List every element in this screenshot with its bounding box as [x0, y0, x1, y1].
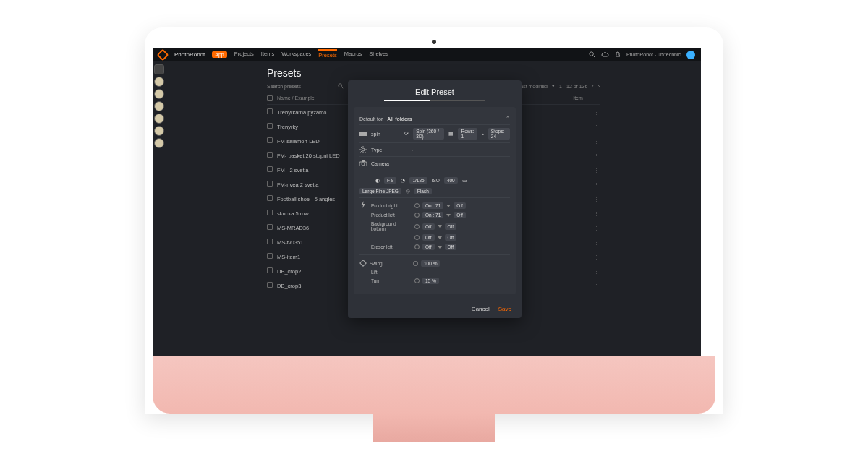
row-checkbox[interactable]	[267, 181, 273, 187]
row-menu-icon[interactable]: ⋮	[594, 283, 600, 289]
row-menu-icon[interactable]: ⋮	[594, 225, 600, 231]
chevron-up-icon[interactable]: ⌃	[506, 116, 510, 121]
bell-icon[interactable]	[615, 51, 621, 58]
strip-item[interactable]	[154, 77, 164, 87]
prev-page-icon[interactable]: ‹	[592, 84, 593, 89]
light-off[interactable]: Off	[445, 234, 457, 241]
row-checkbox[interactable]	[267, 282, 273, 288]
light-off[interactable]: Off	[445, 244, 457, 250]
row-checkbox[interactable]	[267, 224, 273, 230]
nav-workspaces[interactable]: Workspaces	[281, 51, 311, 59]
svg-rect-7	[362, 160, 365, 162]
strip-item[interactable]	[154, 101, 164, 111]
row-checkbox[interactable]	[267, 108, 273, 114]
strip-item[interactable]	[154, 89, 164, 99]
spin-badge[interactable]: Spin (360 / 3D)	[413, 128, 444, 140]
nav-macros[interactable]: Macros	[344, 51, 362, 59]
row-checkbox[interactable]	[267, 195, 273, 201]
light-on[interactable]: On : 71	[422, 212, 443, 218]
light-on[interactable]: Off	[422, 223, 435, 230]
app-pill[interactable]: App	[212, 51, 226, 58]
row-menu-icon[interactable]: ⋮	[594, 138, 600, 145]
triangle-down-icon[interactable]	[446, 205, 451, 207]
strip-item[interactable]	[154, 126, 164, 136]
cloud-icon[interactable]	[601, 52, 609, 58]
light-on[interactable]: Off	[422, 234, 435, 241]
stops-badge[interactable]: Stops: 24	[488, 128, 510, 140]
strip-item[interactable]	[154, 138, 164, 148]
aperture-icon: ◐	[375, 178, 380, 184]
row-checkbox[interactable]	[267, 210, 273, 215]
strip-item[interactable]	[154, 64, 164, 74]
light-off[interactable]: Off	[445, 223, 457, 230]
light-off[interactable]: Off	[454, 212, 466, 218]
folder-label: spin	[371, 132, 400, 137]
aperture-value[interactable]: F 8	[384, 177, 396, 184]
nav-projects[interactable]: Projects	[234, 51, 254, 59]
light-dial-icon[interactable]	[414, 244, 420, 249]
svg-point-6	[362, 163, 365, 166]
nav-items[interactable]: Items	[261, 51, 274, 59]
grid-icon: ▦	[448, 131, 454, 137]
sort-label[interactable]: Last modified	[517, 84, 548, 89]
row-menu-icon[interactable]: ⋮	[594, 167, 600, 174]
rows-badge[interactable]: Rows: 1	[458, 128, 477, 140]
row-menu-icon[interactable]: ⋮	[594, 268, 600, 275]
light-on[interactable]: Off	[422, 244, 435, 250]
light-dial-icon[interactable]	[414, 224, 420, 229]
row-menu-icon[interactable]: ⋮	[594, 210, 600, 217]
format-icon: ▭	[462, 178, 467, 184]
row-checkbox[interactable]	[267, 253, 273, 259]
turn-value[interactable]: 15 %	[422, 278, 439, 284]
flash-value[interactable]: Flash	[414, 188, 432, 194]
row-checkbox[interactable]	[267, 267, 273, 273]
nav-presets[interactable]: Presets	[318, 49, 336, 59]
light-dial-icon[interactable]	[414, 235, 420, 240]
iso-value[interactable]: 400	[444, 177, 458, 184]
user-label[interactable]: PhotoRobot - un/technic	[626, 52, 681, 57]
triangle-down-icon[interactable]	[438, 225, 442, 228]
nav-shelves[interactable]: Shelves	[369, 51, 388, 59]
next-page-icon[interactable]: ›	[598, 84, 600, 89]
triangle-down-icon[interactable]	[438, 246, 442, 249]
search-icon[interactable]	[338, 83, 344, 89]
light-name: Background bottom	[371, 221, 412, 231]
row-menu-icon[interactable]: ⋮	[594, 109, 600, 116]
chevron-down-icon[interactable]: ▾	[552, 83, 555, 89]
svg-line-1	[592, 55, 595, 57]
row-menu-icon[interactable]: ⋮	[594, 254, 600, 260]
shutter-icon: ◔	[401, 178, 405, 184]
light-off[interactable]: Off	[454, 202, 466, 209]
swing-dial-icon[interactable]	[413, 261, 418, 266]
cancel-button[interactable]: Cancel	[472, 306, 490, 312]
row-menu-icon[interactable]: ⋮	[594, 124, 600, 130]
avatar[interactable]	[686, 51, 695, 59]
row-menu-icon[interactable]: ⋮	[594, 181, 600, 188]
row-checkbox[interactable]	[267, 137, 273, 143]
light-on[interactable]: On : 71	[422, 202, 443, 209]
triangle-down-icon[interactable]	[438, 236, 442, 239]
row-menu-icon[interactable]: ⋮	[594, 239, 600, 246]
row-menu-icon[interactable]: ⋮	[594, 153, 600, 159]
default-for-row[interactable]: Default for All folders ⌃	[359, 113, 510, 125]
row-checkbox[interactable]	[267, 123, 273, 129]
row-checkbox[interactable]	[267, 152, 273, 158]
main-nav: Projects Items Workspaces Presets Macros…	[234, 51, 388, 59]
triangle-down-icon[interactable]	[446, 214, 451, 217]
imac-stand	[373, 414, 495, 442]
row-menu-icon[interactable]: ⋮	[594, 196, 600, 202]
swing-value[interactable]: 100 %	[421, 260, 440, 267]
turn-dial-icon[interactable]	[414, 278, 420, 283]
save-button[interactable]: Save	[498, 306, 511, 312]
row-checkbox[interactable]	[267, 239, 273, 244]
modal-tabs[interactable]	[384, 100, 485, 101]
strip-item[interactable]	[154, 113, 164, 124]
light-dial-icon[interactable]	[414, 203, 420, 208]
shutter-value[interactable]: 1/125	[409, 177, 427, 184]
format-value[interactable]: Large Fine JPEG	[359, 188, 401, 194]
row-checkbox[interactable]	[267, 166, 273, 172]
search-input[interactable]: Search presets	[267, 84, 332, 89]
light-dial-icon[interactable]	[414, 213, 420, 218]
search-icon[interactable]	[589, 51, 595, 58]
select-all-checkbox[interactable]	[267, 95, 273, 101]
